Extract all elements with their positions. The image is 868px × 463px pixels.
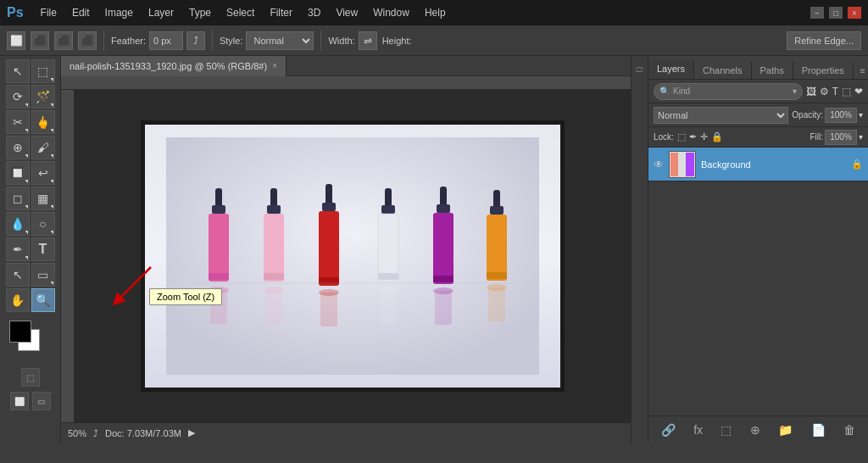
artboard-tool[interactable]: ▭ (32, 392, 51, 410)
eraser-tool[interactable]: ◻ (6, 187, 30, 210)
layer-name: Background (701, 159, 846, 170)
screen-mode-tool[interactable]: ⬜ (10, 392, 29, 410)
stamp-tool[interactable]: 🔲 (6, 161, 30, 185)
feather-input[interactable] (149, 31, 183, 50)
history-tool[interactable]: ↩ (31, 161, 55, 185)
swap-icon[interactable]: ⇌ (359, 31, 377, 50)
height-label: Height: (382, 36, 412, 46)
zoom-tool[interactable]: 🔍 (31, 288, 55, 312)
close-button[interactable]: × (848, 7, 861, 19)
main-layout: ↖ ⬚ ⟳ 🪄 ✂ 🖕 ⊕ 🖌 🔲 ↩ ◻ ▦ 💧 ○ ✒ T (0, 56, 868, 443)
style-label: Style: (220, 36, 243, 46)
crop-tool[interactable]: ✂ (6, 110, 30, 134)
menu-help[interactable]: Help (418, 5, 453, 20)
fill-dropdown-icon[interactable]: ▾ (859, 132, 863, 142)
menu-bar: File Edit Image Layer Type Select Filter… (34, 5, 453, 20)
panel-collapse-btn[interactable]: ≡ (854, 63, 868, 79)
tab-channels[interactable]: Channels (694, 62, 751, 79)
tab-properties[interactable]: Properties (793, 62, 854, 79)
style-select[interactable]: Normal Fixed Ratio Fixed Size (246, 31, 314, 50)
quick-mask-tool[interactable]: ⬚ (21, 368, 40, 387)
filter-icon-4[interactable]: ⬚ (842, 86, 851, 98)
group-btn[interactable]: 📁 (778, 423, 793, 437)
tab-layers[interactable]: Layers (648, 60, 694, 79)
minimize-button[interactable]: − (810, 7, 824, 19)
tab-close-btn[interactable]: × (272, 61, 277, 70)
menu-file[interactable]: File (34, 5, 64, 20)
filter-icon-3[interactable]: T (832, 86, 838, 98)
magic-wand-tool[interactable]: 🪄 (31, 85, 55, 109)
selection-tool-2[interactable]: ⬛ (31, 31, 49, 50)
maximize-button[interactable]: □ (829, 7, 843, 19)
select-tool[interactable]: ⬚ (31, 59, 55, 83)
lock-position-icon[interactable]: ✛ (700, 131, 708, 142)
layer-background[interactable]: 👁 Background 🔒 (648, 148, 868, 181)
adjustment-btn[interactable]: ⊕ (750, 423, 760, 437)
brush-tool[interactable]: 🖌 (31, 136, 55, 159)
menu-select[interactable]: Select (220, 5, 261, 20)
filter-icon-5[interactable]: ❤ (854, 86, 863, 98)
menu-layer[interactable]: Layer (142, 5, 181, 20)
svg-rect-22 (378, 273, 398, 280)
eyedropper-tool[interactable]: 🖕 (31, 110, 55, 134)
move-tool[interactable]: ↖ (6, 59, 30, 83)
menu-view[interactable]: View (329, 5, 364, 20)
menu-window[interactable]: Window (366, 5, 416, 20)
document-tab[interactable]: nail-polish-1351933_1920.jpg @ 50% (RGB/… (61, 56, 287, 76)
lock-paint-icon[interactable]: ✒ (689, 131, 697, 142)
selection-tool-3[interactable]: ⬛ (54, 31, 73, 50)
filter-icon-1[interactable]: 🖼 (806, 86, 816, 98)
selection-tool-4[interactable]: ⬛ (78, 31, 97, 50)
svg-rect-36 (488, 287, 505, 321)
tab-paths[interactable]: Paths (752, 62, 793, 79)
kind-dropdown-icon[interactable]: ▾ (793, 86, 797, 96)
fx-btn[interactable]: fx (693, 423, 703, 437)
feather-icon[interactable]: ⤴ (186, 31, 205, 50)
fill-input[interactable] (825, 130, 857, 145)
opacity-dropdown-icon[interactable]: ▾ (859, 110, 863, 120)
shape-tool[interactable]: ▭ (31, 263, 55, 287)
new-layer-btn[interactable]: 📄 (811, 423, 826, 437)
svg-rect-3 (209, 214, 229, 282)
delete-layer-btn[interactable]: 🗑 (843, 423, 855, 437)
text-tool[interactable]: T (31, 237, 55, 261)
lock-transparency-icon[interactable]: ⬚ (677, 131, 686, 142)
svg-rect-14 (322, 203, 336, 211)
status-bar: 50% ⤴ Doc: 7.03M/7.03M ▶ (61, 422, 631, 443)
selection-tool-rect[interactable]: ⬜ (7, 31, 25, 50)
filter-icon-2[interactable]: ⚙ (820, 86, 829, 98)
menu-type[interactable]: Type (182, 5, 218, 20)
kind-search[interactable]: 🔍 Kind ▾ (654, 83, 803, 100)
ruler-vertical (61, 90, 75, 422)
svg-rect-9 (264, 214, 284, 282)
foreground-color-swatch[interactable] (9, 321, 31, 343)
lasso-tool[interactable]: ⟳ (6, 85, 30, 109)
play-icon[interactable]: ▶ (188, 427, 195, 438)
menu-filter[interactable]: Filter (263, 5, 299, 20)
menu-image[interactable]: Image (98, 5, 140, 20)
menu-edit[interactable]: Edit (65, 5, 97, 20)
dodge-tool[interactable]: ○ (31, 212, 55, 236)
gradient-tool[interactable]: ▦ (31, 187, 55, 210)
lock-all-icon[interactable]: 🔒 (711, 131, 723, 142)
options-toolbar: ⬜ ⬛ ⬛ ⬛ Feather: ⤴ Style: Normal Fixed R… (0, 25, 868, 56)
canvas-image[interactable] (145, 125, 560, 388)
path-tool[interactable]: ↖ (6, 263, 30, 287)
link-layers-btn[interactable]: 🔗 (661, 423, 676, 437)
share-icon[interactable]: ⤴ (93, 428, 98, 438)
refine-edge-button[interactable]: Refine Edge... (787, 31, 861, 50)
mask-btn[interactable]: ⬚ (721, 423, 732, 437)
svg-rect-8 (267, 205, 281, 214)
layer-visibility-icon[interactable]: 👁 (654, 159, 664, 170)
blur-tool[interactable]: 💧 (6, 212, 30, 236)
width-label: Width: (328, 36, 354, 46)
svg-rect-28 (433, 276, 453, 282)
canvas-wrapper: Zoom Tool (Z) (61, 90, 631, 422)
hand-tool[interactable]: ✋ (6, 288, 30, 312)
heal-tool[interactable]: ⊕ (6, 136, 30, 159)
blend-mode-select[interactable]: Normal Multiply Screen (654, 107, 788, 124)
canvas-viewport[interactable]: Zoom Tool (Z) (75, 90, 631, 422)
pen-tool[interactable]: ✒ (6, 237, 30, 261)
menu-3d[interactable]: 3D (301, 5, 327, 20)
opacity-input[interactable] (825, 108, 857, 123)
